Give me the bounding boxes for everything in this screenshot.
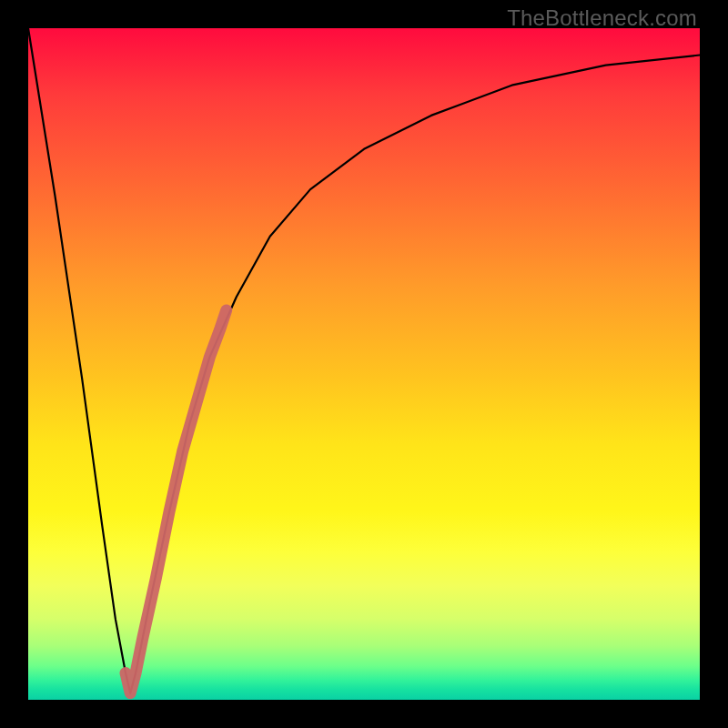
bottleneck-curve: [28, 28, 700, 693]
highlight-segment: [126, 310, 227, 693]
plot-area: [28, 28, 700, 700]
chart-frame: TheBottleneck.com: [0, 0, 728, 728]
watermark-text: TheBottleneck.com: [507, 5, 697, 31]
curves-svg: [28, 28, 700, 700]
